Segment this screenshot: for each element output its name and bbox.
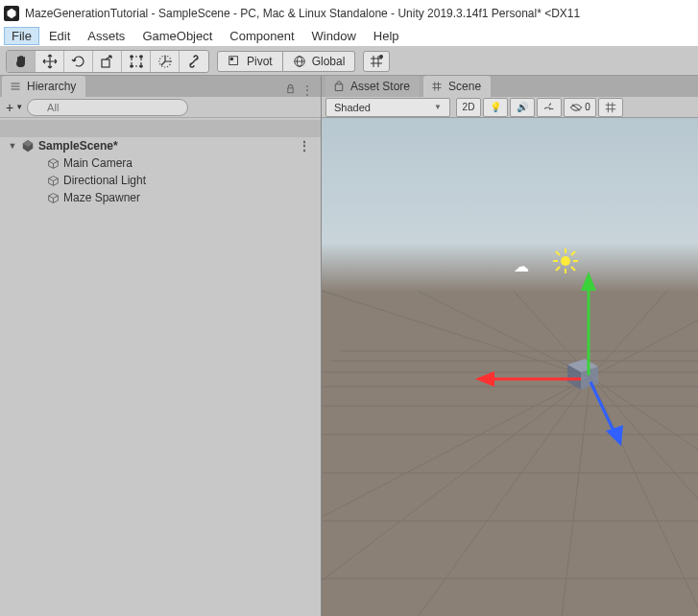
transform-gizmo[interactable] bbox=[437, 262, 629, 454]
scene-tab-label: Scene bbox=[448, 80, 481, 93]
unity-scene-icon bbox=[21, 139, 35, 153]
svg-line-57 bbox=[590, 382, 614, 433]
svg-marker-0 bbox=[8, 8, 16, 18]
view-2d-toggle[interactable]: 2D bbox=[456, 98, 481, 117]
menu-help[interactable]: Help bbox=[366, 27, 407, 45]
rotate-tool-button[interactable] bbox=[64, 51, 93, 72]
shading-mode-label: Shaded bbox=[334, 102, 371, 113]
svg-rect-2 bbox=[132, 57, 141, 66]
menu-component[interactable]: Component bbox=[222, 27, 301, 45]
move-tool-button[interactable] bbox=[36, 51, 64, 72]
transform-tool-button[interactable] bbox=[151, 51, 180, 72]
global-toggle-button[interactable]: Global bbox=[283, 51, 356, 72]
grid-toggle[interactable] bbox=[598, 98, 623, 117]
hidden-objects-button[interactable]: 0 bbox=[564, 98, 596, 117]
hierarchy-icon bbox=[10, 81, 21, 92]
global-label: Global bbox=[312, 55, 346, 68]
asset-store-tab[interactable]: Asset Store bbox=[325, 76, 420, 97]
tree-item-label: Main Camera bbox=[63, 156, 132, 170]
svg-rect-13 bbox=[288, 88, 294, 93]
svg-marker-58 bbox=[606, 425, 623, 446]
pivot-label: Pivot bbox=[247, 55, 273, 68]
scene-toolbar: Shaded ▼ 2D 💡 🔊 0 bbox=[322, 97, 698, 118]
lighting-toggle[interactable]: 💡 bbox=[483, 98, 508, 117]
globe-icon bbox=[293, 55, 306, 68]
svg-line-48 bbox=[571, 251, 575, 255]
create-button[interactable]: + ▼ bbox=[6, 100, 23, 115]
rect-tool-button[interactable] bbox=[122, 51, 151, 72]
hierarchy-search-row: + ▼ bbox=[0, 97, 321, 118]
pivot-toggle-button[interactable]: Pivot bbox=[217, 51, 283, 72]
scale-tool-button[interactable] bbox=[93, 51, 122, 72]
gameobject-icon bbox=[46, 156, 60, 170]
gameobject-icon bbox=[46, 174, 60, 187]
menubar: File Edit Assets GameObject Component Wi… bbox=[0, 26, 698, 47]
asset-store-tab-label: Asset Store bbox=[350, 80, 410, 93]
unity-logo-icon bbox=[4, 6, 19, 21]
hierarchy-tree: ▼ SampleScene* ⋮ Main Camera Directional… bbox=[0, 118, 321, 616]
hidden-count: 0 bbox=[585, 102, 590, 112]
hand-tool-button[interactable] bbox=[7, 51, 36, 72]
chevron-down-icon: ▼ bbox=[434, 103, 442, 111]
svg-rect-1 bbox=[102, 59, 109, 67]
custom-tools-button[interactable] bbox=[180, 51, 208, 72]
grid2-icon bbox=[604, 101, 617, 114]
tree-item[interactable]: Directional Light bbox=[0, 172, 321, 189]
snap-grid-button[interactable] bbox=[363, 51, 390, 72]
scene-panel: Asset Store Scene Shaded ▼ 2D 💡 🔊 0 bbox=[322, 76, 698, 616]
hierarchy-panel: Hierarchy ⋮ + ▼ ▼ S bbox=[0, 76, 322, 616]
chevron-down-icon: ▼ bbox=[15, 103, 23, 111]
plus-icon: + bbox=[6, 100, 13, 115]
tree-item[interactable]: Main Camera bbox=[0, 154, 321, 172]
eye-off-icon bbox=[569, 103, 583, 112]
window-title: MazeGenerationTutorial - SampleScene - P… bbox=[25, 7, 580, 20]
effects-icon bbox=[542, 101, 556, 114]
workspace: Hierarchy ⋮ + ▼ ▼ S bbox=[0, 76, 698, 616]
menu-gameobject[interactable]: GameObject bbox=[134, 27, 220, 45]
menu-assets[interactable]: Assets bbox=[80, 27, 132, 45]
scene-root-label: SampleScene* bbox=[38, 139, 118, 153]
svg-point-12 bbox=[379, 55, 383, 59]
bag-icon bbox=[333, 81, 345, 92]
scene-viewport[interactable]: ☁ bbox=[322, 118, 698, 616]
lock-icon[interactable] bbox=[285, 83, 296, 97]
svg-point-9 bbox=[230, 57, 234, 60]
pivot-icon bbox=[228, 55, 241, 68]
svg-point-6 bbox=[139, 64, 141, 66]
effects-toggle[interactable] bbox=[537, 98, 562, 117]
row-menu-icon[interactable]: ⋮ bbox=[298, 138, 311, 154]
hierarchy-search-input[interactable] bbox=[27, 99, 188, 116]
panel-menu-icon[interactable]: ⋮ bbox=[301, 83, 313, 97]
menu-edit[interactable]: Edit bbox=[41, 27, 78, 45]
svg-point-4 bbox=[139, 55, 141, 57]
transform-tools-group bbox=[6, 50, 209, 73]
hierarchy-tab[interactable]: Hierarchy bbox=[2, 76, 85, 97]
tree-item-label: Maze Spawner bbox=[63, 191, 140, 204]
menu-window[interactable]: Window bbox=[304, 27, 364, 45]
titlebar: MazeGenerationTutorial - SampleScene - P… bbox=[0, 0, 698, 26]
tree-item-label: Directional Light bbox=[63, 174, 146, 187]
svg-point-3 bbox=[130, 55, 132, 57]
svg-rect-8 bbox=[229, 56, 238, 64]
svg-line-46 bbox=[556, 251, 560, 255]
shading-mode-dropdown[interactable]: Shaded ▼ bbox=[325, 98, 450, 117]
speaker-icon: 🔊 bbox=[517, 102, 528, 112]
scene-tab-row: Asset Store Scene bbox=[322, 76, 698, 97]
hierarchy-tab-label: Hierarchy bbox=[27, 80, 76, 93]
grid-icon bbox=[369, 54, 384, 69]
scene-tab[interactable]: Scene bbox=[423, 76, 491, 97]
lightbulb-icon: 💡 bbox=[490, 102, 501, 112]
expand-arrow-icon[interactable]: ▼ bbox=[8, 141, 17, 151]
tree-scene-root[interactable]: ▼ SampleScene* ⋮ bbox=[0, 137, 321, 154]
svg-marker-54 bbox=[581, 272, 596, 291]
svg-marker-56 bbox=[475, 371, 494, 387]
toolbar: Pivot Global bbox=[0, 47, 698, 76]
hierarchy-tab-row: Hierarchy ⋮ bbox=[0, 76, 321, 97]
audio-toggle[interactable]: 🔊 bbox=[510, 98, 535, 117]
svg-point-5 bbox=[130, 64, 132, 66]
tree-item[interactable]: Maze Spawner bbox=[0, 189, 321, 206]
menu-file[interactable]: File bbox=[4, 27, 39, 45]
scene-icon bbox=[431, 81, 443, 92]
gameobject-icon bbox=[46, 191, 60, 204]
